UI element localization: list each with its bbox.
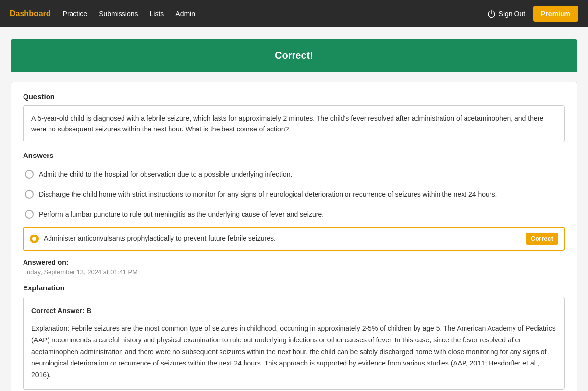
answer-option-c[interactable]: Perform a lumbar puncture to rule out me… [23, 205, 565, 225]
premium-button[interactable]: Premium [533, 6, 578, 22]
correct-banner: Correct! [11, 39, 577, 72]
nav-brand[interactable]: Dashboard [10, 9, 51, 18]
radio-b [25, 190, 34, 199]
nav-link-lists[interactable]: Lists [150, 10, 164, 18]
correct-answer-line: Correct Answer: B [31, 305, 557, 317]
answers-label: Answers [23, 151, 565, 159]
question-label: Question [23, 92, 565, 101]
correct-badge: Correct [526, 233, 558, 245]
nav-link-admin[interactable]: Admin [175, 10, 195, 18]
answered-on-date: Friday, September 13, 2024 at 01:41 PM [23, 268, 565, 276]
answer-text-d: Administer anticonvulsants prophylactica… [44, 234, 276, 244]
power-icon [487, 9, 496, 18]
answer-option-d[interactable]: Administer anticonvulsants prophylactica… [23, 227, 565, 251]
answer-text-b: Discharge the child home with strict ins… [39, 189, 497, 200]
question-text: A 5-year-old child is diagnosed with a f… [23, 105, 565, 142]
signout-label: Sign Out [499, 10, 525, 18]
answers-section: Answers Admit the child to the hospital … [23, 151, 565, 251]
answered-on-label: Answered on: [23, 259, 565, 266]
nav-link-submissions[interactable]: Submissions [99, 10, 138, 18]
answer-option-a[interactable]: Admit the child to the hospital for obse… [23, 164, 565, 184]
signout-button[interactable]: Sign Out [487, 9, 525, 18]
explanation-label: Explanation [23, 284, 565, 292]
radio-a [25, 170, 34, 179]
radio-d [30, 235, 39, 243]
radio-c [25, 210, 34, 219]
nav-link-practice[interactable]: Practice [63, 10, 88, 18]
explanation-box: Correct Answer: B Explanation: Febrile s… [23, 297, 565, 390]
answered-on-section: Answered on: Friday, September 13, 2024 … [23, 259, 565, 276]
question-card: Question A 5-year-old child is diagnosed… [11, 82, 577, 391]
explanation-text: Explanation: Febrile seizures are the mo… [31, 323, 557, 381]
answer-option-b[interactable]: Discharge the child home with strict ins… [23, 184, 565, 205]
answer-text-a: Admit the child to the hospital for obse… [39, 169, 293, 180]
answer-text-c: Perform a lumbar puncture to rule out me… [39, 209, 324, 220]
